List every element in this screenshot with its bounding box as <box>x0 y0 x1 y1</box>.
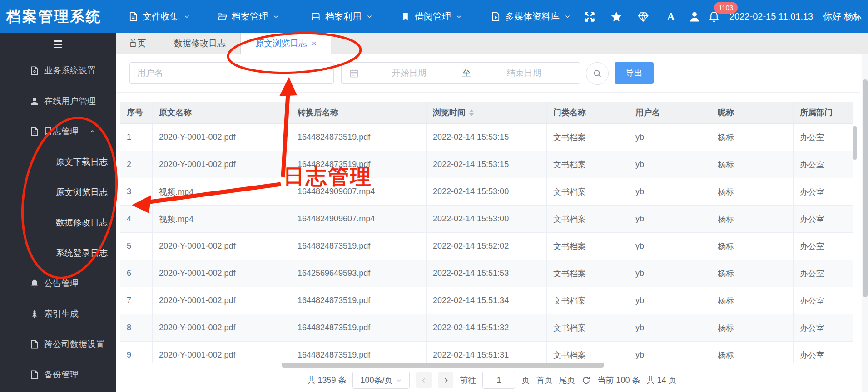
nav-item-label: 文件收集 <box>143 10 179 23</box>
cell-用户名: yb <box>629 233 711 260</box>
cell-原文名称: 2020-Y-0001-002.pdf <box>153 342 291 363</box>
end-date-placeholder[interactable]: 结束日期 <box>476 67 572 79</box>
calendar-icon <box>349 68 359 78</box>
sidebar-item-原文下载日志[interactable]: 原文下载日志 <box>0 147 116 177</box>
chevron-up-icon <box>89 128 96 135</box>
sidebar-item-label: 备份管理 <box>44 369 79 381</box>
cell-原文名称: 2020-Y-0001-002.pdf <box>153 233 291 260</box>
sidebar-item-label: 数据修改日志 <box>56 217 108 229</box>
nav-item-2[interactable]: 档案管理 <box>217 0 280 33</box>
table-row: 92020-Y-0001-002.pdf1644824873519.pdf202… <box>120 342 853 363</box>
nav-item-4[interactable]: 借阅管理 <box>400 0 463 33</box>
font-size-icon[interactable]: A <box>665 10 677 23</box>
sidebar-item-备份管理[interactable]: 备份管理 <box>0 359 116 390</box>
sidebar-item-在线用户管理[interactable]: 在线用户管理 <box>0 86 116 116</box>
collapse-menu-button[interactable] <box>0 33 116 55</box>
media-file-icon <box>491 11 501 22</box>
table-row: 3视频.mp41644824909607.mp42022-02-14 15:53… <box>120 178 853 206</box>
search-icon <box>592 69 602 78</box>
export-button[interactable]: 导出 <box>615 62 654 84</box>
cell-昵称: 杨标 <box>711 151 794 178</box>
nav-item-1[interactable]: 文件收集 <box>128 0 191 33</box>
user-greeting: 你好 杨标 <box>823 0 862 33</box>
star-icon[interactable] <box>610 10 623 23</box>
page-scrollbar-thumb[interactable] <box>863 79 868 297</box>
cell-序号: 4 <box>120 206 153 232</box>
user-icon[interactable] <box>688 10 701 23</box>
notification-badge: 1103 <box>714 2 738 14</box>
sidebar-item-label: 系统登录日志 <box>56 247 108 259</box>
first-page-link[interactable]: 首页 <box>536 375 552 386</box>
page-number-input[interactable]: 1 <box>482 372 515 389</box>
date-range-picker[interactable]: 开始日期 至 结束日期 <box>341 62 580 84</box>
table-horizontal-scrollbar[interactable] <box>282 363 604 368</box>
goto-label: 前往 <box>460 375 476 386</box>
sidebar-item-日志管理[interactable]: 日志管理 <box>0 116 116 147</box>
sidebar-item-label: 原文浏览日志 <box>56 186 108 198</box>
sidebar-item-原文浏览日志[interactable]: 原文浏览日志 <box>0 177 116 207</box>
sidebar-item-跨公司数据设置[interactable]: 跨公司数据设置 <box>0 329 116 359</box>
expand-icon[interactable] <box>583 10 596 23</box>
sidebar-item-label: 原文下载日志 <box>56 156 108 168</box>
nav-item-label: 档案管理 <box>232 10 268 23</box>
announce-bell-icon <box>30 279 40 289</box>
page-scrollbar-track[interactable] <box>862 33 868 392</box>
sidebar-item-公告管理[interactable]: 公告管理 <box>0 268 116 299</box>
last-page-link[interactable]: 尾页 <box>559 375 575 386</box>
cell-用户名: yb <box>629 206 711 232</box>
tab-首页[interactable]: 首页 <box>116 33 159 54</box>
current-count: 当前 100 条 <box>597 375 640 386</box>
cell-所属部门: 办公室 <box>794 342 853 363</box>
page-size-select[interactable]: 100条/页 <box>352 372 410 389</box>
cell-浏览时间: 2022-02-14 15:53:15 <box>427 124 547 151</box>
close-icon[interactable]: × <box>312 39 317 48</box>
plain-doc-icon <box>30 370 40 380</box>
cell-用户名: yb <box>629 151 711 178</box>
username-input[interactable]: 用户名 <box>129 62 334 84</box>
table-header-row: 序号原文名称转换后名称浏览时间门类名称用户名昵称所属部门 <box>120 102 853 124</box>
cell-所属部门: 办公室 <box>794 287 853 314</box>
settings-doc-icon <box>30 66 40 76</box>
cell-用户名: yb <box>629 178 711 205</box>
table-vertical-scrollbar[interactable] <box>853 126 857 160</box>
sidebar-item-数据修改日志[interactable]: 数据修改日志 <box>0 207 116 238</box>
cell-浏览时间: 2022-02-14 15:53:00 <box>427 178 547 205</box>
cell-所属部门: 办公室 <box>794 314 853 341</box>
column-header-浏览时间[interactable]: 浏览时间 <box>427 102 547 123</box>
cell-序号: 7 <box>120 287 153 314</box>
search-button[interactable] <box>586 62 609 85</box>
cell-昵称: 杨标 <box>711 314 794 341</box>
tab-bar: 首页数据修改日志原文浏览日志× <box>116 33 868 54</box>
cell-转换后名称: 1642569649593.pdf <box>291 260 427 287</box>
sidebar-item-索引生成[interactable]: 索引生成 <box>0 299 116 329</box>
cell-用户名: yb <box>629 314 711 341</box>
cell-门类名称: 文书档案 <box>547 314 629 341</box>
column-header-转换后名称: 转换后名称 <box>291 102 427 123</box>
cell-序号: 6 <box>120 260 153 287</box>
tab-数据修改日志[interactable]: 数据修改日志 <box>159 33 241 54</box>
prev-page-button[interactable] <box>416 372 432 388</box>
next-page-button[interactable] <box>438 372 453 388</box>
refresh-icon[interactable] <box>581 376 591 385</box>
sidebar-item-业务系统设置[interactable]: 业务系统设置 <box>0 55 116 86</box>
cell-序号: 8 <box>120 314 153 341</box>
gem-icon[interactable] <box>637 10 650 23</box>
chevron-down-icon <box>366 13 373 20</box>
cell-门类名称: 文书档案 <box>547 151 629 178</box>
cell-原文名称: 2020-Y-0001-002.pdf <box>153 287 291 314</box>
nav-item-3[interactable]: 档案利用 <box>311 0 373 33</box>
cell-所属部门: 办公室 <box>794 124 853 151</box>
app-title: 档案管理系统 <box>6 0 102 33</box>
sidebar-item-系统登录日志[interactable]: 系统登录日志 <box>0 238 116 268</box>
tab-原文浏览日志[interactable]: 原文浏览日志× <box>241 33 331 54</box>
sort-icon[interactable] <box>469 109 474 116</box>
cell-原文名称: 2020-Y-0001-002.pdf <box>153 314 291 341</box>
document-icon <box>128 11 139 22</box>
nav-item-5[interactable]: 多媒体资料库 <box>491 0 571 33</box>
start-date-placeholder[interactable]: 开始日期 <box>361 67 457 79</box>
username-placeholder: 用户名 <box>137 67 163 79</box>
cell-序号: 5 <box>120 233 153 260</box>
date-separator: 至 <box>457 67 476 79</box>
table-row: 22020-Y-0001-002.pdf1644824873519.pdf202… <box>120 151 853 178</box>
cell-转换后名称: 1644824909607.mp4 <box>291 178 427 205</box>
